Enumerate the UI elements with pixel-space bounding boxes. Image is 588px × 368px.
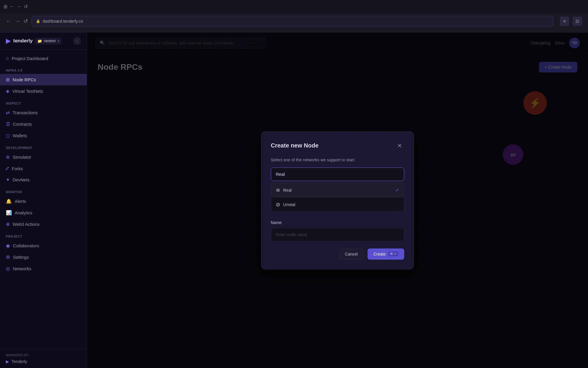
sidebar-item-transactions[interactable]: ⇄ Transactions <box>0 107 87 118</box>
browser-chrome: ⊞ ← → ↺ ← → ↺ 🔒 dashboard.tenderly.co ≡ … <box>0 0 588 32</box>
node-name-input[interactable] <box>271 228 404 241</box>
address-bar[interactable]: 🔒 dashboard.tenderly.co <box>31 16 553 26</box>
sidebar-item-settings[interactable]: ⚙ Settings <box>0 251 87 263</box>
sidebar-item-project-dashboard[interactable]: ⌂ Project Dashboard <box>0 53 87 64</box>
sidebar-item-label: Transactions <box>13 110 38 115</box>
sidebar-item-label: Settings <box>13 255 29 260</box>
devnets-icon: ✦ <box>6 177 10 183</box>
nav-back-button[interactable]: ← <box>6 18 11 24</box>
app-layout: ▶ tenderly 📁 random ▾ ‹ ⌂ Project Dashbo… <box>0 32 588 368</box>
tenderly-brand-name: Tenderly <box>11 359 27 364</box>
sidebar-item-node-rpcs[interactable]: ⊞ Node RPCs <box>0 74 87 85</box>
sidebar-item-label: Web3 Actions <box>13 222 39 227</box>
keyboard-shortcut-hint: ⌘ ↵ <box>388 251 398 256</box>
sidebar-item-simulator[interactable]: ⊚ Simulator <box>0 151 87 163</box>
collaborators-icon: ◉ <box>6 243 10 248</box>
sidebar-nav: ⌂ Project Dashboard Infra 3.0 ⊞ Node RPC… <box>0 50 87 349</box>
sidebar-item-virtual-testnets[interactable]: ◈ Virtual TestNets <box>0 85 87 97</box>
section-label-inspect: Inspect <box>0 97 87 107</box>
sidebar-item-label: Contracts <box>13 122 32 127</box>
sidebar-item-forks[interactable]: ⑇ Forks <box>0 163 87 174</box>
browser-tab-bar: ⊞ ← → ↺ <box>0 0 588 13</box>
sidebar-item-alerts[interactable]: 🔔 Alerts <box>0 195 87 207</box>
contracts-icon: ☰ <box>6 121 10 127</box>
tenderly-brand: ▶ Tenderly <box>6 359 81 364</box>
check-icon: ✓ <box>395 187 399 193</box>
sidebar-footer: Managed by ▶ Tenderly <box>0 349 87 368</box>
network-search-input[interactable] <box>271 168 404 181</box>
sidebar-item-networks[interactable]: ◎ Networks <box>0 263 87 274</box>
dropdown-item-real[interactable]: ≋ Real ✓ <box>271 183 404 198</box>
networks-icon: ◎ <box>6 266 10 271</box>
nav-forward-button[interactable]: → <box>15 18 20 24</box>
sidebar-item-label: Collaborators <box>13 243 39 248</box>
network-dropdown: ≋ Real ✓ ⊘ Unreal <box>271 183 404 212</box>
section-label-monitor: Monitor <box>0 185 87 195</box>
project-selector[interactable]: 📁 random ▾ <box>35 38 61 44</box>
sidebar-item-devnets[interactable]: ✦ DevNets <box>0 174 87 185</box>
sidebar-item-label: Simulator <box>13 155 31 160</box>
forks-icon: ⑇ <box>6 166 9 171</box>
sidebar-item-web3-actions[interactable]: ⊕ Web3 Actions <box>0 218 87 230</box>
tab-refresh[interactable]: ↺ <box>24 4 28 9</box>
sidebar-header: ▶ tenderly 📁 random ▾ ‹ <box>0 32 87 50</box>
tab-sidebar-toggle[interactable]: ⊞ <box>4 4 7 9</box>
main-content: 🔍 Search for any transaction or address,… <box>87 32 588 368</box>
nav-refresh-button[interactable]: ↺ <box>24 18 28 24</box>
logo-text: tenderly <box>13 38 33 44</box>
settings-icon: ⚙ <box>6 254 10 260</box>
browser-controls: ← → ↺ 🔒 dashboard.tenderly.co ≡ ⊡ <box>0 13 588 29</box>
modal-header: Create new Node ✕ <box>271 141 404 150</box>
project-name: random <box>44 39 56 43</box>
create-button-label: Create <box>373 252 386 256</box>
virtual-testnets-icon: ◈ <box>6 88 9 94</box>
node-rpcs-icon: ⊞ <box>6 77 10 82</box>
sidebar-item-label: Analytics <box>15 210 32 215</box>
sidebar-item-analytics[interactable]: 📊 Analytics <box>0 207 87 218</box>
sidebar-item-label: DevNets <box>13 177 30 182</box>
modal-footer: Cancel Create ⌘ ↵ <box>271 248 404 260</box>
create-node-modal: Create new Node ✕ Select one of the netw… <box>261 131 414 269</box>
unreal-network-icon: ⊘ <box>276 201 280 208</box>
modal-subtitle: Select one of the networks we support to… <box>271 158 404 162</box>
real-network-icon: ≋ <box>276 187 280 193</box>
cancel-button[interactable]: Cancel <box>339 248 364 260</box>
extension-btn-1[interactable]: ≡ <box>560 16 569 26</box>
sidebar-item-label: Forks <box>12 166 23 171</box>
sidebar-item-label: Virtual TestNets <box>12 89 43 94</box>
extension-btn-2[interactable]: ⊡ <box>573 16 582 26</box>
section-label-project: Project <box>0 230 87 240</box>
modal-close-button[interactable]: ✕ <box>395 141 404 150</box>
url-text: dashboard.tenderly.co <box>43 19 83 24</box>
sidebar-item-label: Node RPCs <box>13 77 36 82</box>
web3-actions-icon: ⊕ <box>6 221 10 227</box>
tab-back[interactable]: ← <box>10 4 14 9</box>
chevron-down-icon: ▾ <box>58 39 59 43</box>
folder-icon: 📁 <box>37 39 42 43</box>
sidebar: ▶ tenderly 📁 random ▾ ‹ ⌂ Project Dashbo… <box>0 32 87 368</box>
managed-by-label: Managed by <box>6 353 81 357</box>
modal-overlay: Create new Node ✕ Select one of the netw… <box>87 32 588 368</box>
home-icon: ⌂ <box>6 56 9 61</box>
sidebar-item-contracts[interactable]: ☰ Contracts <box>0 118 87 130</box>
tenderly-brand-icon: ▶ <box>6 359 9 364</box>
create-confirm-button[interactable]: Create ⌘ ↵ <box>368 248 404 260</box>
alerts-icon: 🔔 <box>6 198 12 204</box>
name-field-label: Name <box>271 220 404 225</box>
sidebar-item-label: Project Dashboard <box>12 56 48 61</box>
section-label-development: Development <box>0 141 87 151</box>
sidebar-item-collaborators[interactable]: ◉ Collaborators <box>0 240 87 251</box>
browser-actions: ≡ ⊡ <box>560 16 582 26</box>
sidebar-item-label: Wallets <box>13 133 27 138</box>
sidebar-item-wallets[interactable]: ◻ Wallets <box>0 130 87 141</box>
dropdown-item-label: Unreal <box>283 202 295 207</box>
analytics-icon: 📊 <box>6 210 12 216</box>
dropdown-item-unreal[interactable]: ⊘ Unreal <box>271 198 404 212</box>
tab-forward[interactable]: → <box>17 4 21 9</box>
logo-area: ▶ tenderly 📁 random ▾ <box>6 37 61 45</box>
simulator-icon: ⊚ <box>6 154 10 160</box>
section-label-infra: Infra 3.0 <box>0 64 87 74</box>
sidebar-collapse-button[interactable]: ‹ <box>73 37 81 45</box>
lock-icon: 🔒 <box>36 19 40 23</box>
transactions-icon: ⇄ <box>6 110 10 115</box>
